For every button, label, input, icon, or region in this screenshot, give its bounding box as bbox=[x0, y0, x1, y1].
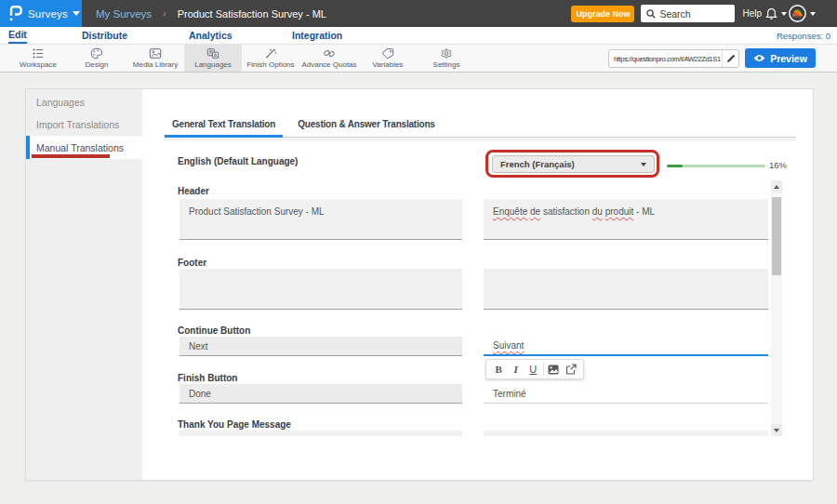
sidebar-item-import-translations[interactable]: Import Translations bbox=[26, 113, 142, 136]
chevron-down-icon bbox=[810, 12, 816, 16]
search-input[interactable] bbox=[659, 8, 730, 20]
vertical-scrollbar[interactable] bbox=[771, 180, 782, 436]
languages-side-nav: Languages Import Translations Manual Tra… bbox=[26, 89, 142, 480]
breadcrumb-separator-icon: › bbox=[163, 7, 166, 19]
responses-count[interactable]: Responses: 0 bbox=[777, 27, 830, 44]
account-menu[interactable] bbox=[789, 5, 816, 22]
scroll-down-button[interactable] bbox=[771, 424, 782, 436]
translation-rows-viewport: Header Product Satisfaction Survey - ML … bbox=[142, 180, 771, 436]
format-toolbar-divider bbox=[543, 363, 544, 376]
survey-url-box bbox=[608, 49, 739, 68]
help-link[interactable]: Help bbox=[742, 8, 762, 19]
toolbar-item-label: Variables bbox=[373, 60, 404, 69]
toolbar-item-settings[interactable]: Settings bbox=[418, 45, 475, 72]
finish-target-input[interactable]: Terminé bbox=[484, 384, 768, 404]
toolbar-item-workspace[interactable]: Workspace bbox=[9, 45, 67, 72]
insert-image-button[interactable] bbox=[546, 362, 561, 377]
eye-icon bbox=[753, 54, 765, 62]
survey-url-input[interactable] bbox=[609, 55, 722, 63]
toolbar-item-label: Languages bbox=[194, 60, 232, 69]
header-source-textarea[interactable]: Product Satisfaction Survey - ML bbox=[179, 199, 462, 240]
source-language-label: English (Default Language) bbox=[178, 156, 298, 166]
translation-tabbar: General Text Translation Question & Answ… bbox=[165, 114, 796, 138]
menu-item-analytics[interactable]: Analytics bbox=[189, 27, 232, 44]
italic-button[interactable]: I bbox=[509, 362, 524, 377]
row-label-finish-button: Finish Button bbox=[178, 373, 237, 383]
menu-item-integration[interactable]: Integration bbox=[292, 27, 342, 44]
row-label-thank-you: Thank You Page Message bbox=[178, 419, 291, 430]
tab-question-answer-translations[interactable]: Question & Answer Translations bbox=[290, 114, 443, 138]
format-toolbar: B I U bbox=[485, 359, 584, 379]
thankyou-target-textarea[interactable] bbox=[484, 431, 768, 436]
sidebar-item-label: Manual Translations bbox=[36, 142, 124, 153]
row-label-continue-button: Continue Button bbox=[178, 325, 250, 336]
header-target-textarea[interactable]: Enquête de satisfaction du produit - ML bbox=[484, 199, 768, 240]
continue-target-input[interactable]: Suivant bbox=[484, 337, 768, 356]
toolbar-item-label: Design bbox=[86, 60, 109, 69]
menu-item-edit[interactable]: Edit bbox=[8, 27, 27, 44]
target-language-value: French (Français) bbox=[500, 159, 641, 169]
breadcrumb-my-surveys[interactable]: My Surveys bbox=[96, 8, 152, 20]
chevron-down-icon bbox=[781, 12, 787, 16]
language-selector-row: English (Default Language) French (Franç… bbox=[142, 145, 814, 182]
menu-item-distribute[interactable]: Distribute bbox=[82, 27, 127, 44]
red-underline-annotation bbox=[32, 154, 110, 158]
scroll-up-button[interactable] bbox=[771, 180, 782, 192]
product-switcher[interactable]: Surveys bbox=[0, 0, 82, 27]
variables-icon bbox=[381, 47, 394, 60]
triangle-down-icon bbox=[774, 429, 779, 432]
search-box[interactable] bbox=[641, 5, 735, 22]
toolbar-item-label: Finish Options bbox=[246, 60, 294, 69]
toolbar-item-variables[interactable]: Variables bbox=[359, 45, 417, 72]
image-icon bbox=[548, 365, 559, 375]
upgrade-now-button[interactable]: Upgrade Now bbox=[571, 6, 634, 22]
footer-source-textarea[interactable] bbox=[179, 269, 462, 310]
toolbar-item-label: Workspace bbox=[20, 60, 57, 69]
breadcrumb: My Surveys › Product Satisfaction Survey… bbox=[96, 0, 326, 27]
target-language-select[interactable]: French (Français) bbox=[492, 155, 655, 173]
continue-source-input[interactable]: Next bbox=[179, 337, 462, 356]
underline-button[interactable]: U bbox=[525, 362, 540, 377]
manual-translations-content: General Text Translation Question & Answ… bbox=[142, 89, 814, 480]
design-icon bbox=[90, 47, 103, 60]
bell-icon bbox=[765, 7, 777, 20]
toolbar-item-label: Media Library bbox=[133, 60, 178, 69]
media-library-icon bbox=[149, 47, 162, 60]
chevron-down-icon bbox=[641, 163, 646, 166]
preview-button[interactable]: Preview bbox=[745, 48, 816, 68]
finish-source-input[interactable]: Done bbox=[179, 384, 462, 404]
thankyou-source-textarea[interactable] bbox=[179, 431, 462, 436]
tab-general-text-translation[interactable]: General Text Translation bbox=[165, 114, 283, 138]
settings-icon bbox=[440, 47, 453, 60]
toolbar-item-advance-quotas[interactable]: Advance Quotas bbox=[300, 45, 358, 72]
top-navbar: Surveys My Surveys › Product Satisfactio… bbox=[0, 0, 837, 27]
sidebar-item-languages[interactable]: Languages bbox=[26, 91, 142, 113]
edit-url-button[interactable] bbox=[722, 50, 738, 67]
questionpro-logo-icon bbox=[8, 5, 23, 22]
toolbar-item-languages[interactable]: Languages bbox=[184, 45, 242, 72]
sidebar-item-manual-translations[interactable]: Manual Translations bbox=[26, 136, 142, 159]
translation-progress-fill bbox=[667, 165, 683, 167]
translation-progress-label: 16% bbox=[769, 160, 787, 170]
bold-button[interactable]: B bbox=[491, 362, 506, 377]
row-label-header: Header bbox=[178, 186, 209, 196]
chevron-down-icon bbox=[73, 11, 80, 16]
notifications-menu[interactable] bbox=[765, 7, 787, 20]
advance-quotas-icon bbox=[323, 47, 336, 60]
footer-target-textarea[interactable] bbox=[484, 269, 768, 310]
workspace-icon bbox=[32, 47, 45, 60]
triangle-up-icon bbox=[774, 185, 779, 189]
toolbar-item-design[interactable]: Design bbox=[68, 45, 126, 72]
toolbar-item-label: Settings bbox=[433, 60, 460, 69]
avatar bbox=[789, 5, 806, 22]
page-title: Product Satisfaction Survey - ML bbox=[178, 8, 326, 20]
edit-toolbar: Workspace Design Media Library Languages bbox=[0, 45, 837, 73]
insert-link-button[interactable] bbox=[564, 362, 578, 377]
toolbar-item-media-library[interactable]: Media Library bbox=[126, 45, 184, 72]
search-icon bbox=[646, 9, 656, 19]
scrollbar-thumb[interactable] bbox=[772, 197, 781, 275]
survey-menu-bar: Edit Distribute Analytics Integration Re… bbox=[0, 27, 837, 45]
translation-progress-bar bbox=[667, 165, 765, 167]
toolbar-item-finish-options[interactable]: Finish Options bbox=[242, 45, 299, 72]
external-link-icon bbox=[565, 364, 577, 375]
